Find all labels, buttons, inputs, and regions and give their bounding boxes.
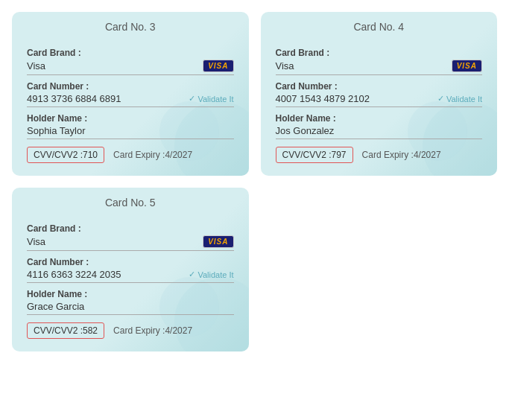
- cvv-box: CVV/CVV2 :582: [27, 322, 104, 339]
- holder-label: Holder Name :: [276, 113, 483, 124]
- visa-icon: VISA: [203, 235, 233, 248]
- brand-label: Card Brand :: [27, 48, 234, 58]
- brand-text: Visa: [27, 60, 203, 71]
- holder-value: Grace Garcia: [27, 301, 234, 315]
- validate-link[interactable]: ✓ Validate It: [437, 94, 482, 104]
- card-title: Card No. 5: [12, 188, 249, 214]
- card-number-text: 4913 3736 6884 6891: [27, 93, 189, 104]
- brand-label: Card Brand :: [276, 48, 483, 58]
- cvv-box: CVV/CVV2 :710: [27, 147, 104, 163]
- validate-label[interactable]: Validate It: [197, 95, 233, 104]
- visa-icon: VISA: [452, 60, 482, 72]
- expiry-text: Card Expiry :4/2027: [362, 150, 441, 160]
- validate-link[interactable]: ✓ Validate It: [189, 270, 233, 279]
- card-footer: CVV/CVV2 :797 Card Expiry :4/2027: [276, 147, 483, 163]
- card-footer: CVV/CVV2 :710 Card Expiry :4/2027: [27, 147, 234, 163]
- cvv-box: CVV/CVV2 :797: [276, 147, 353, 163]
- brand-value: Visa VISA: [27, 60, 234, 75]
- check-icon: ✓: [189, 94, 195, 104]
- number-label: Card Number :: [276, 81, 483, 92]
- brand-text: Visa: [27, 236, 203, 247]
- number-label: Card Number :: [27, 257, 234, 267]
- cards-grid: Card No. 3 Card Brand : Visa VISA Card N…: [12, 12, 497, 351]
- holder-name-text: Sophia Taylor: [27, 125, 234, 136]
- validate-label[interactable]: Validate It: [197, 270, 233, 279]
- number-value: 4116 6363 3224 2035 ✓ Validate It: [27, 269, 234, 283]
- number-value: 4913 3736 6884 6891 ✓ Validate It: [27, 93, 234, 107]
- holder-name-text: Jos Gonzalez: [276, 125, 483, 136]
- card-number-text: 4116 6363 3224 2035: [27, 269, 189, 280]
- card-body: Card Brand : Visa VISA Card Number : 491…: [12, 39, 249, 174]
- card-title: Card No. 4: [261, 12, 498, 39]
- brand-text: Visa: [276, 60, 452, 71]
- card-body: Card Brand : Visa VISA Card Number : 400…: [261, 39, 498, 174]
- card-number-text: 4007 1543 4879 2102: [276, 93, 437, 104]
- expiry-text: Card Expiry :4/2027: [113, 150, 192, 160]
- check-icon: ✓: [189, 270, 195, 279]
- card-5: Card No. 5 Card Brand : Visa VISA Card N…: [12, 188, 249, 351]
- number-label: Card Number :: [27, 81, 234, 92]
- card-body: Card Brand : Visa VISA Card Number : 411…: [12, 214, 249, 349]
- card-4: Card No. 4 Card Brand : Visa VISA Card N…: [261, 12, 498, 176]
- number-value: 4007 1543 4879 2102 ✓ Validate It: [276, 93, 483, 107]
- holder-label: Holder Name :: [27, 113, 234, 124]
- holder-value: Jos Gonzalez: [276, 125, 483, 139]
- check-icon: ✓: [437, 94, 444, 104]
- holder-value: Sophia Taylor: [27, 125, 234, 139]
- validate-label[interactable]: Validate It: [446, 95, 482, 104]
- holder-name-text: Grace Garcia: [27, 301, 234, 312]
- card-title: Card No. 3: [12, 12, 249, 39]
- brand-label: Card Brand :: [27, 223, 234, 234]
- card-3: Card No. 3 Card Brand : Visa VISA Card N…: [12, 12, 249, 176]
- expiry-text: Card Expiry :4/2027: [113, 325, 192, 336]
- validate-link[interactable]: ✓ Validate It: [189, 94, 233, 104]
- card-footer: CVV/CVV2 :582 Card Expiry :4/2027: [27, 322, 234, 339]
- brand-value: Visa VISA: [27, 235, 234, 251]
- brand-value: Visa VISA: [276, 60, 483, 75]
- visa-icon: VISA: [203, 60, 233, 72]
- holder-label: Holder Name :: [27, 289, 234, 299]
